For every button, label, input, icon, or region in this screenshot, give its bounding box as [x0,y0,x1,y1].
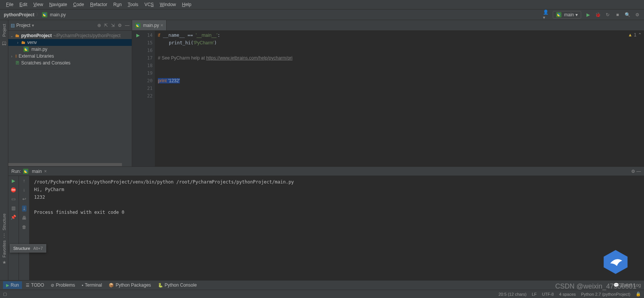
chevron-up-icon: ⌃ [638,32,642,38]
warning-icon: ▲ [628,32,632,38]
run-toolbar-primary: ▶ ⛔ ▭ ▥ 📌 [8,176,19,280]
rerun-icon[interactable]: ▶ [12,178,15,184]
editor-body[interactable]: ▶ 14 15 16 17 18 19 20 21 22 if __name__… [132,31,644,166]
bottom-tab-terminal[interactable]: ▪Terminal [79,281,105,289]
bottom-tab-python-packages[interactable]: 📦Python Packages [106,281,154,289]
python-file-icon [23,47,29,52]
menu-code[interactable]: Code [70,1,87,8]
gear-icon[interactable]: ⚙ [631,169,635,174]
structure-tooltip: Structure Alt+7 [10,244,46,253]
tree-scratches-label: Scratches and Consoles [21,60,70,66]
pin-icon[interactable]: 📌 [11,215,16,220]
status-caret-pos[interactable]: 20:5 (12 chars) [499,292,527,296]
menu-run[interactable]: Run [110,1,125,8]
run-output[interactable]: /root/PycharmProjects/pythonProject/venv… [30,176,644,280]
run-config-selector[interactable]: main ▾ [553,11,581,19]
menu-navigate[interactable]: Navigate [46,1,70,8]
bottom-tab-problems[interactable]: ⊘Problems [48,281,78,289]
menu-window[interactable]: Window [157,1,179,8]
bottom-tool-stripe: ▶Run ☰TODO ⊘Problems ▪Terminal 📦Python P… [0,280,644,290]
package-icon: 📦 [109,283,114,288]
favorites-tool-button[interactable]: Favorites [2,239,6,259]
project-scrollbar[interactable] [8,163,132,166]
play-icon: ▶ [6,283,9,288]
tree-venv[interactable]: › 🖿 venv [8,39,132,46]
menu-help[interactable]: Help [179,1,195,8]
warning-count: 1 [634,32,636,38]
gear-icon[interactable]: ⚙ [118,23,122,28]
breadcrumb-sep: 〉 [36,11,41,18]
structure-tool-button[interactable]: Structure [2,212,6,232]
status-bar: ▢ 20:5 (12 chars) LF UTF-8 4 spaces Pyth… [0,290,644,298]
editor-area: main.py × ▶ 14 15 16 17 18 19 20 21 22 i… [132,20,644,166]
menu-tools[interactable]: Tools [125,1,141,8]
chevron-down-icon[interactable]: ▾ [32,23,34,28]
menu-edit[interactable]: Edit [16,1,30,8]
bookmarks-icon[interactable]: 🕮 [2,41,6,46]
restore-layout-icon[interactable]: ▥ [11,205,16,211]
stop-icon[interactable]: ⛔ [11,187,16,193]
tree-root[interactable]: ⌄ 🖿 pythonProject ~/PycharmProjects/pyth… [8,32,132,39]
tree-root-path: ~/PycharmProjects/pythonProject [53,33,121,38]
tree-external-libs[interactable]: › ⫴ External Libraries [8,53,132,60]
editor-inspections-widget[interactable]: ▲ 1 ⌃ [628,32,642,38]
structure-icon[interactable]: ⋮ [2,233,6,238]
python-file-icon [42,12,47,17]
editor-tab-main[interactable]: main.py × [132,20,167,30]
project-tool-button[interactable]: Project [2,22,6,38]
python-file-icon [135,23,140,28]
breadcrumb-file[interactable]: main.py [50,12,66,17]
status-interpreter[interactable]: Python 2.7 (pythonProject) [581,292,630,296]
tree-venv-label: venv [27,40,37,45]
star-icon[interactable]: ★ [2,260,6,265]
project-panel-title[interactable]: Project [16,23,30,28]
close-icon[interactable]: × [161,23,163,28]
status-tool-window-icon[interactable]: ▢ [3,292,7,296]
menu-vcs[interactable]: VCS [141,1,157,8]
event-log-button[interactable]: 💬 Event Log [613,282,641,288]
chevron-down-icon: ▾ [575,12,578,17]
problems-icon: ⊘ [51,283,54,288]
close-icon[interactable]: × [44,169,47,174]
tree-scratches[interactable]: 🖹 Scratches and Consoles [8,60,132,66]
print-icon[interactable]: 🖶 [22,215,27,221]
locate-icon[interactable]: ⊕ [97,23,101,28]
bottom-tab-todo[interactable]: ☰TODO [23,281,47,289]
down-icon[interactable]: ↓ [23,187,25,193]
coverage-button[interactable]: ↻ [605,12,611,18]
search-everywhere-icon[interactable]: 🔍 [624,12,630,18]
run-line-marker-icon[interactable]: ▶ [132,31,143,39]
hide-panel-icon[interactable]: — [636,169,641,174]
menu-view[interactable]: View [30,1,46,8]
menu-file[interactable]: File [3,1,16,8]
settings-icon[interactable]: ⚙ [634,12,640,18]
menu-refactor[interactable]: Refactor [87,1,110,8]
layout-icon[interactable]: ▭ [11,196,16,202]
bottom-tab-run[interactable]: ▶Run [3,281,22,289]
debug-button[interactable]: 🐞 [595,12,601,18]
breadcrumb-root[interactable]: pythonProject [4,12,34,17]
tree-root-name: pythonProject [21,33,52,38]
hide-panel-icon[interactable]: — [125,23,129,28]
lock-icon[interactable]: 🔒 [636,292,641,296]
editor-tab-label: main.py [143,23,159,28]
scroll-to-end-icon[interactable]: ⤓ [22,205,27,212]
status-indent[interactable]: 4 spaces [559,292,576,296]
add-user-icon[interactable]: 👤▾ [543,12,549,18]
folder-icon: 🖿 [15,33,20,38]
code-area[interactable]: if __name__ == '__main__': print_hi('PyC… [155,31,644,166]
stop-button[interactable]: ■ [614,12,621,18]
status-encoding[interactable]: UTF-8 [542,292,554,296]
editor-gutter-icons: ▶ [132,31,143,166]
up-icon[interactable]: ↑ [23,178,25,184]
run-config-name: main [564,12,574,17]
run-target[interactable]: main [32,169,42,174]
status-line-sep[interactable]: LF [532,292,537,296]
run-button[interactable]: ▶ [585,12,591,18]
bottom-tab-python-console[interactable]: 🐍Python Console [155,281,200,289]
tree-file-main[interactable]: main.py [8,46,132,53]
clear-icon[interactable]: 🗑 [22,224,27,230]
expand-all-icon[interactable]: ⇱ [104,23,108,28]
collapse-all-icon[interactable]: ⇲ [111,23,115,28]
soft-wrap-icon[interactable]: ↩ [22,196,26,202]
